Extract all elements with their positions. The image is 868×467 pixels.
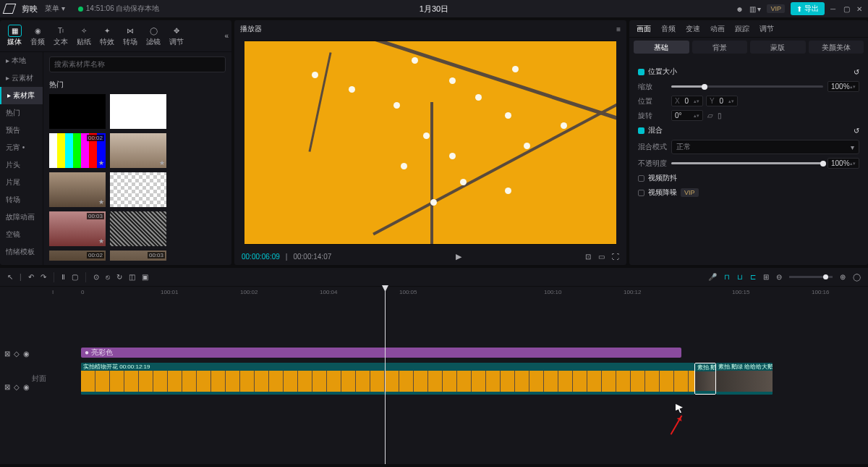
checkbox-icon[interactable] (638, 127, 644, 134)
feedback-icon[interactable]: ☻ (736, 5, 744, 13)
module-sticker[interactable]: ✧贴纸 (72, 25, 95, 47)
play-button[interactable]: ▶ (456, 252, 461, 261)
rotate-icon[interactable]: ↻ (116, 273, 122, 281)
sidebar-item[interactable]: 片尾 (0, 174, 43, 191)
module-filter[interactable]: ◯滤镜 (142, 25, 165, 47)
tab-speed[interactable]: 变速 (686, 24, 700, 34)
layout-icon[interactable]: ▥ ▾ (749, 5, 762, 13)
freeze-icon[interactable]: ▣ (142, 273, 148, 281)
ratio-icon[interactable]: ▭ (598, 253, 605, 261)
preview-cut-icon[interactable]: ⊞ (763, 273, 769, 281)
sidebar-item[interactable]: ▸ 云素材 (0, 70, 43, 87)
mirror-icon[interactable]: ⎋ (106, 273, 110, 281)
module-effect[interactable]: ✦特效 (95, 25, 119, 47)
safe-zone-icon[interactable]: ⊡ (585, 253, 591, 261)
media-thumbnail[interactable] (49, 94, 106, 129)
group-position-size[interactable]: 位置大小 ↺ (638, 67, 859, 77)
playhead[interactable] (385, 287, 386, 464)
visibility-icon[interactable]: ◇ (14, 350, 20, 358)
media-thumbnail[interactable] (110, 172, 166, 207)
zoom-slider[interactable] (789, 276, 833, 278)
sidebar-item[interactable]: 故障动画 (0, 209, 43, 226)
sidebar-item[interactable]: 元宵 • (0, 139, 43, 156)
module-adjust[interactable]: ✥调节 (165, 25, 188, 47)
media-thumbnail[interactable] (110, 94, 166, 129)
select-tool-icon[interactable]: ↖ (7, 273, 13, 281)
pos-x-field[interactable]: X0▴▾ (671, 96, 703, 106)
window-maximize[interactable]: ▢ (843, 5, 851, 12)
opacity-value[interactable]: 100%▴▾ (827, 158, 859, 169)
redo-icon[interactable]: ↷ (41, 273, 46, 281)
sidebar-item[interactable]: 氛围 (0, 261, 43, 265)
module-transition[interactable]: ⋈转场 (119, 25, 142, 47)
subtab-mask[interactable]: 蒙版 (750, 41, 806, 54)
opacity-slider[interactable] (671, 162, 823, 164)
checkbox-off-icon[interactable] (638, 190, 644, 196)
media-thumbnail[interactable]: 00:03 (110, 251, 166, 261)
window-minimize[interactable]: ─ (830, 5, 838, 12)
reset-icon[interactable]: ↺ (854, 127, 859, 135)
group-denoise[interactable]: 视频降噪 VIP (638, 188, 859, 198)
crop-icon[interactable]: ◫ (129, 273, 135, 281)
preview-viewport[interactable] (244, 41, 616, 245)
group-blend[interactable]: 混合 ↺ (638, 125, 859, 135)
media-thumbnail[interactable]: 00:03★ (49, 211, 106, 246)
vip-badge[interactable]: VIP (767, 4, 785, 13)
flip-h-icon[interactable]: ▱ (707, 112, 713, 119)
sidebar-item[interactable]: 热门 (0, 104, 43, 122)
search-input[interactable]: 搜索素材库名称 (49, 56, 226, 72)
link-icon[interactable]: ⊔ (737, 273, 743, 281)
mute-icon[interactable]: ◇ (14, 383, 20, 391)
collapse-sidebar-icon[interactable]: « (224, 32, 229, 40)
filter-clip[interactable]: ● 亮彩色 (81, 348, 681, 358)
sidebar-item[interactable]: 片头 (0, 156, 43, 174)
undo-icon[interactable]: ↶ (28, 273, 34, 281)
media-thumbnail[interactable]: ★ (49, 172, 106, 207)
module-text[interactable]: TI文本 (49, 25, 72, 47)
video-track-head[interactable]: ⊠ ◇ ◉ (0, 363, 52, 410)
delete-icon[interactable]: ▢ (72, 273, 78, 281)
rotation-field[interactable]: 0°▴▾ (671, 110, 703, 121)
subtab-bg[interactable]: 背景 (692, 41, 748, 54)
sidebar-item[interactable]: 预告 (0, 122, 43, 139)
mic-icon[interactable]: 🎤 (708, 273, 717, 281)
track-area[interactable]: ● 亮彩色 封面 实拍植物开花 00:00:12:19 素拍.鹅 素拍.鹅 (52, 301, 868, 410)
blend-mode-dropdown[interactable]: 正常▾ (671, 140, 859, 154)
flip-v-icon[interactable]: ▯ (718, 112, 722, 119)
sidebar-item[interactable]: 转场 (0, 191, 43, 209)
tab-adjust[interactable]: 调节 (760, 24, 774, 34)
eye-icon[interactable]: ◉ (23, 383, 30, 391)
media-thumbnail[interactable]: 00:02★ (49, 133, 106, 168)
lock-icon[interactable]: ⊠ (4, 350, 10, 358)
checkbox-icon[interactable] (638, 69, 644, 75)
tab-track[interactable]: 跟踪 (735, 24, 749, 34)
snap-icon[interactable]: ⊏ (750, 273, 756, 281)
cover-label[interactable]: 封面 (25, 374, 46, 384)
lock-icon[interactable]: ⊠ (4, 383, 10, 391)
window-close[interactable]: ✕ (856, 5, 864, 12)
export-button[interactable]: ⬆ 导出 (791, 2, 825, 15)
reset-icon[interactable]: ↺ (854, 68, 859, 76)
tab-picture[interactable]: 画面 (637, 24, 651, 34)
module-audio[interactable]: ◉音频 (26, 25, 49, 47)
media-thumbnail[interactable]: ★ (110, 133, 166, 168)
group-stabilize[interactable]: 视频防抖 (638, 173, 859, 183)
clip-main[interactable]: 实拍植物开花 00:00:12:19 (81, 363, 694, 395)
module-media[interactable]: ▦媒体 (3, 25, 26, 47)
checkbox-off-icon[interactable] (638, 175, 644, 182)
sidebar-item[interactable]: ▸ 本地 (0, 52, 43, 70)
main-menu[interactable]: 菜单 ▾ (45, 4, 65, 14)
subtab-beauty[interactable]: 美颜美体 (809, 41, 864, 54)
filter-track-head[interactable]: ⊠ ◇ ◉ (0, 343, 52, 363)
pos-y-field[interactable]: Y0▴▾ (706, 96, 738, 106)
speed-icon[interactable]: ⊙ (93, 273, 99, 281)
sidebar-item[interactable]: 情绪模板 (0, 243, 43, 261)
preview-menu-icon[interactable]: ≡ (616, 25, 621, 33)
scale-slider[interactable] (671, 85, 823, 88)
timeline-ruler[interactable]: I0100:01100:02100:04100:05100:10100:1210… (52, 287, 868, 301)
sidebar-item[interactable]: ▸ 素材库 (0, 87, 43, 104)
zoom-in-icon[interactable]: ⊕ (840, 273, 846, 281)
media-thumbnail[interactable]: 00:02 (49, 251, 106, 261)
tab-anim[interactable]: 动画 (710, 24, 725, 34)
tab-audio[interactable]: 音频 (661, 24, 676, 34)
